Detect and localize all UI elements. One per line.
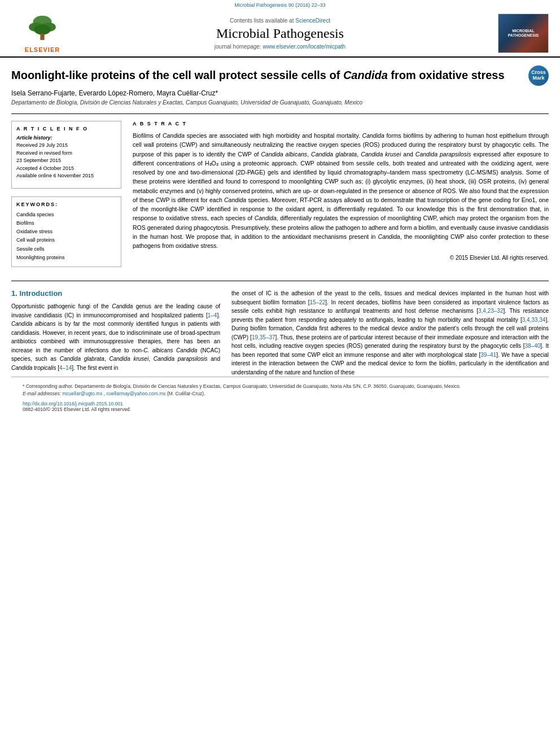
footnote-area: * Corresponding author. Departamento de …	[11, 377, 549, 414]
sciencedirect-link[interactable]: ScienceDirect	[295, 18, 330, 24]
history-group: Article history: Received 29 July 2015 R…	[16, 135, 116, 180]
email-person: (M. Cuéllar-Cruz).	[167, 391, 205, 396]
authors-line: Isela Serrano-Fujarte, Everardo López-Ro…	[11, 89, 549, 97]
svg-point-4	[34, 24, 50, 34]
section-divider	[11, 281, 549, 281]
introduction-section: 1. Introduction Opportunistic pathogenic…	[0, 289, 560, 377]
page: Microbial Pathogenesis 90 (2016) 22–33 E…	[0, 0, 560, 747]
crossmark-badge: CrossMark	[528, 65, 549, 86]
accepted-value: Accepted 4 October 2015	[16, 165, 116, 173]
article-title: Moonlight-like proteins of the cell wall…	[11, 68, 549, 82]
ref-3-4-33-34[interactable]: 3,4,33,34	[522, 317, 546, 323]
crossmark-area: CrossMark	[528, 65, 549, 86]
homepage-link[interactable]: www.elsevier.com/locate/micpath	[262, 43, 345, 50]
ref-3-4-23-32[interactable]: 3,4,23–32	[478, 308, 504, 314]
ref-4-14[interactable]: 4–14	[59, 365, 72, 371]
ref-15-22[interactable]: 15–22	[310, 299, 326, 305]
available-value: Available online 6 November 2015	[16, 172, 116, 180]
email-label: E-mail addresses:	[23, 391, 61, 396]
elsevier-logo: ELSEVIER	[11, 14, 73, 53]
journal-title-area: Contents lists available at ScienceDirec…	[73, 18, 487, 50]
keywords-box: Keywords: Candida species Biofilms Oxida…	[11, 196, 121, 268]
elsevier-label: ELSEVIER	[25, 46, 60, 53]
doi-link[interactable]: http://dx.doi.org/10.1016/j.micpath.2015…	[23, 401, 123, 407]
intro-right-column: the onset of IC is the adhesion of the y…	[231, 289, 549, 377]
journal-header: ELSEVIER Contents lists available at Sci…	[0, 9, 560, 58]
sciencedirect-prefix: Contents lists available at	[230, 18, 294, 24]
journal-cover-image: MICROBIAL PATHOGENESIS	[498, 14, 549, 53]
info-abstract-section: A R T I C L E I N F O Article history: R…	[11, 113, 549, 267]
keyword-4: Cell wall proteins	[16, 236, 116, 244]
publisher-logo-area: ELSEVIER	[11, 14, 73, 53]
intro-left-text: Opportunistic pathogenic fungi of the Ca…	[11, 302, 220, 372]
keyword-2: Biofilms	[16, 219, 116, 228]
journal-volume-text: Microbial Pathogenesis 90 (2016) 22–33	[234, 2, 326, 8]
article-title-area: CrossMark Moonlight-like proteins of the…	[11, 68, 549, 82]
received-value: Received 29 July 2015	[16, 142, 116, 150]
svg-rect-5	[40, 33, 44, 40]
homepage-prefix: journal homepage:	[215, 43, 261, 50]
email-1-link[interactable]: mcuellar@ugto.mx	[62, 391, 103, 396]
corresponding-note-text: * Corresponding author. Departamento de …	[23, 383, 461, 389]
article-info-box: A R T I C L E I N F O Article history: R…	[11, 121, 121, 189]
issn-line: 0882-4010/© 2015 Elsevier Ltd. All right…	[23, 407, 537, 412]
article-info-column: A R T I C L E I N F O Article history: R…	[11, 121, 121, 267]
corresponding-author-note: * Corresponding author. Departamento de …	[23, 383, 537, 390]
sciencedirect-line: Contents lists available at ScienceDirec…	[85, 18, 475, 24]
email-line: E-mail addresses: mcuellar@ugto.mx , cue…	[23, 390, 537, 397]
elsevier-tree-icon	[20, 14, 65, 45]
intro-left-column: 1. Introduction Opportunistic pathogenic…	[11, 289, 220, 377]
journal-homepage: journal homepage: www.elsevier.com/locat…	[85, 43, 475, 50]
ref-19-35-37[interactable]: 19,35–37	[252, 334, 275, 340]
introduction-heading: 1. Introduction	[11, 289, 220, 298]
ref-1-4[interactable]: 1–4	[208, 312, 217, 318]
keyword-5: Sessile cells	[16, 245, 116, 254]
ref-39-41[interactable]: 39–41	[480, 352, 496, 358]
history-label: Article history:	[16, 135, 116, 141]
intro-right-text: the onset of IC is the adhesion of the y…	[231, 289, 549, 377]
abstract-column: A B S T R A C T Biofilms of Candida spec…	[133, 121, 549, 267]
abstract-text: Biofilms of Candida species are associat…	[133, 131, 549, 250]
affiliation-line: Departamento de Biología, División de Ci…	[11, 99, 549, 106]
keyword-3: Oxidative stress	[16, 228, 116, 236]
article-info-label: A R T I C L E I N F O	[16, 126, 116, 132]
copyright-notice: © 2015 Elsevier Ltd. All rights reserved…	[133, 255, 549, 261]
abstract-label: A B S T R A C T	[133, 121, 549, 126]
cover-title: MICROBIAL PATHOGENESIS	[501, 29, 546, 38]
email-2-link[interactable]: cuellarmay@yahoo.com.mx	[107, 391, 167, 396]
keywords-section-label: Keywords:	[16, 202, 116, 207]
ref-38-40[interactable]: 38–40	[524, 343, 540, 349]
doi-line: http://dx.doi.org/10.1016/j.micpath.2015…	[23, 401, 537, 407]
keyword-1: Candida species	[16, 211, 116, 219]
keyword-6: Moonlighting proteins	[16, 254, 116, 262]
journal-cover-area: MICROBIAL PATHOGENESIS	[487, 14, 549, 53]
journal-title: Microbial Pathogenesis	[85, 26, 475, 41]
revised-value: Received in revised form23 September 201…	[16, 150, 116, 165]
journal-volume-line: Microbial Pathogenesis 90 (2016) 22–33	[0, 0, 560, 9]
article-content: CrossMark Moonlight-like proteins of the…	[0, 58, 560, 273]
